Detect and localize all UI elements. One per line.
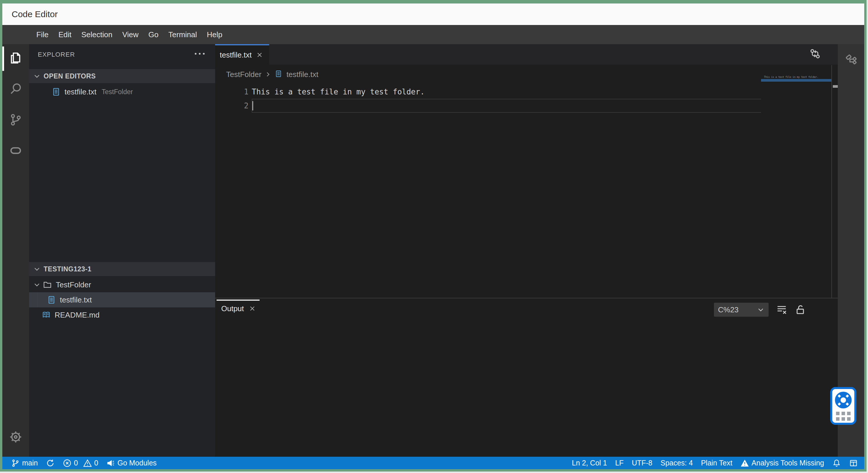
status-bar: main 0 0 bbox=[2, 457, 864, 469]
markdown-book-icon bbox=[42, 311, 51, 319]
output-panel: Output C%23 bbox=[215, 298, 838, 457]
panel-tab-label: Output bbox=[221, 304, 244, 313]
language-mode-status[interactable]: Plain Text bbox=[697, 457, 736, 469]
text-file-icon bbox=[275, 70, 283, 79]
workflow-activity-button[interactable] bbox=[838, 47, 864, 73]
tree-item-testfile-selected[interactable]: testfile.txt bbox=[29, 292, 215, 307]
notifications-status[interactable] bbox=[828, 457, 845, 469]
minimap-line: This is a test file in my test folder. bbox=[764, 75, 818, 78]
warning-filled-icon bbox=[740, 459, 749, 468]
current-line-highlight bbox=[252, 99, 761, 113]
encoding-status[interactable]: UTF-8 bbox=[628, 457, 656, 469]
chevron-down-icon bbox=[33, 72, 41, 80]
gear-icon bbox=[9, 430, 22, 445]
app-window: Code Editor File Edit Selection View Go … bbox=[0, 0, 867, 472]
breadcrumb: TestFolder testfile.txt bbox=[226, 64, 318, 84]
text-file-icon bbox=[52, 88, 60, 96]
go-modules-status[interactable]: Go Modules bbox=[102, 457, 161, 469]
breadcrumb-file[interactable]: testfile.txt bbox=[286, 70, 318, 79]
minimap-current-line bbox=[761, 79, 831, 82]
search-activity-button[interactable] bbox=[2, 75, 29, 103]
close-icon[interactable] bbox=[249, 305, 256, 312]
explorer-sidebar: EXPLORER OPEN EDITORS testfile.txt TestF… bbox=[29, 44, 215, 457]
unlock-icon[interactable] bbox=[795, 304, 806, 315]
title-bar: Code Editor bbox=[2, 3, 864, 25]
explorer-activity-button[interactable] bbox=[2, 45, 29, 73]
bell-icon bbox=[832, 459, 841, 468]
megaphone-icon bbox=[106, 459, 115, 468]
eol-status[interactable]: LF bbox=[611, 457, 628, 469]
sync-icon bbox=[46, 459, 55, 468]
indent-guide bbox=[37, 292, 38, 307]
go-modules-label: Go Modules bbox=[118, 459, 157, 467]
git-branch-icon bbox=[11, 459, 20, 468]
cursor-position-status[interactable]: Ln 2, Col 1 bbox=[568, 457, 611, 469]
menu-selection[interactable]: Selection bbox=[76, 25, 118, 44]
workflow-icon bbox=[845, 53, 858, 67]
menu-view[interactable]: View bbox=[118, 25, 144, 44]
helper-widget[interactable] bbox=[830, 387, 856, 425]
layout-panel-icon bbox=[849, 459, 858, 468]
activity-bar bbox=[2, 44, 29, 457]
output-channel-select[interactable]: C%23 bbox=[714, 303, 769, 317]
oval-activity-button[interactable] bbox=[2, 137, 29, 165]
branch-name: main bbox=[22, 459, 38, 467]
menu-go[interactable]: Go bbox=[144, 25, 164, 44]
sync-status[interactable] bbox=[42, 457, 59, 469]
workspace-section-header[interactable]: TESTING123-1 bbox=[29, 262, 215, 276]
tree-item-label: testfile.txt bbox=[60, 295, 92, 305]
open-editor-filename: testfile.txt bbox=[65, 88, 96, 96]
text-file-icon bbox=[47, 295, 56, 304]
chevron-down-icon bbox=[757, 306, 765, 314]
search-icon bbox=[9, 82, 22, 97]
chevron-down-icon bbox=[33, 265, 41, 273]
explorer-title: EXPLORER bbox=[38, 51, 75, 58]
menu-edit[interactable]: Edit bbox=[54, 25, 76, 44]
text-cursor bbox=[252, 101, 253, 111]
open-editor-detail: TestFolder bbox=[102, 88, 133, 96]
scrollbar-handle[interactable] bbox=[833, 85, 838, 88]
close-icon[interactable] bbox=[256, 51, 264, 59]
line-number: 2 bbox=[215, 99, 249, 113]
warning-count: 0 bbox=[94, 459, 98, 467]
menu-bar: File Edit Selection View Go Terminal Hel… bbox=[2, 25, 864, 44]
layout-status[interactable] bbox=[845, 457, 858, 469]
lifebuoy-icon bbox=[835, 391, 852, 409]
error-count: 0 bbox=[74, 459, 78, 467]
menu-terminal[interactable]: Terminal bbox=[163, 25, 202, 44]
chevron-down-icon bbox=[33, 281, 41, 288]
problems-status[interactable]: 0 0 bbox=[59, 457, 102, 469]
tab-strip: testfile.txt bbox=[215, 44, 838, 64]
settings-button[interactable] bbox=[2, 423, 29, 451]
error-icon bbox=[63, 459, 71, 468]
analysis-tools-status[interactable]: Analysis Tools Missing bbox=[736, 457, 828, 469]
open-editor-item[interactable]: testfile.txt TestFolder bbox=[29, 84, 215, 99]
editor-group: testfile.txt bbox=[215, 44, 838, 457]
panel-tab-output[interactable]: Output bbox=[217, 298, 261, 319]
source-control-activity-button[interactable] bbox=[2, 106, 29, 134]
branch-status[interactable]: main bbox=[11, 457, 42, 469]
window-title: Code Editor bbox=[12, 9, 58, 19]
tree-item-testfolder[interactable]: TestFolder bbox=[29, 277, 215, 292]
tab-label: testfile.txt bbox=[220, 51, 252, 60]
output-channel-value: C%23 bbox=[718, 305, 757, 314]
chevron-right-icon bbox=[264, 71, 272, 78]
tree-item-label: README.md bbox=[55, 311, 100, 320]
tree-item-readme[interactable]: README.md bbox=[29, 307, 215, 322]
open-editors-section-header[interactable]: OPEN EDITORS bbox=[29, 69, 215, 83]
menu-help[interactable]: Help bbox=[202, 25, 227, 44]
indentation-status[interactable]: Spaces: 4 bbox=[656, 457, 697, 469]
drag-handle-dots[interactable] bbox=[836, 412, 850, 421]
tree-item-label: TestFolder bbox=[56, 280, 91, 289]
tab-testfile[interactable]: testfile.txt bbox=[215, 44, 269, 64]
files-icon bbox=[9, 52, 22, 66]
clear-output-icon[interactable] bbox=[776, 304, 787, 315]
code-line-1: This is a test file in my test folder. bbox=[252, 85, 425, 99]
open-editors-label: OPEN EDITORS bbox=[43, 72, 96, 80]
explorer-more-actions-icon[interactable] bbox=[192, 51, 207, 57]
line-number: 1 bbox=[215, 85, 249, 99]
menu-file[interactable]: File bbox=[31, 25, 54, 44]
breadcrumb-folder[interactable]: TestFolder bbox=[226, 70, 261, 79]
git-branch-icon bbox=[9, 113, 22, 128]
swap-editors-icon[interactable] bbox=[809, 48, 821, 61]
